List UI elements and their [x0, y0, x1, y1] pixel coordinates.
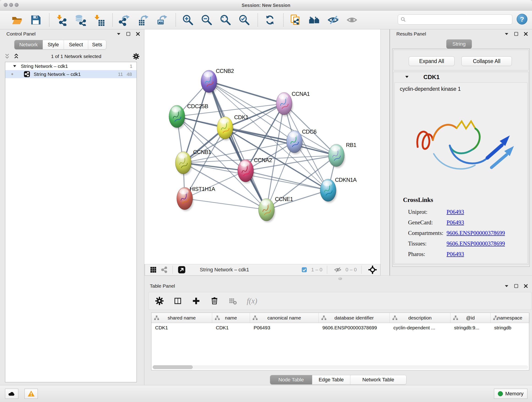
clone-network-button[interactable] — [290, 14, 302, 26]
cloud-button[interactable] — [5, 389, 18, 399]
view-grid-icon[interactable] — [150, 266, 157, 273]
crosslink-link[interactable]: P06493 — [447, 219, 464, 226]
panel-float-icon[interactable] — [126, 32, 131, 36]
selected-node-edge-count: 1 – 0 — [311, 267, 322, 273]
zoom-selected-button[interactable] — [238, 14, 250, 26]
collapse-all-networks-icon[interactable] — [4, 53, 11, 60]
network-node-CCNA2[interactable]: CCNA2 — [238, 157, 272, 183]
table-hscrollbar[interactable] — [152, 365, 528, 369]
panel-menu-icon[interactable] — [504, 32, 509, 36]
open-session-button[interactable] — [11, 14, 23, 26]
network-node-CDKN1A[interactable]: CDKN1A — [320, 177, 357, 203]
panel-close-icon[interactable] — [135, 32, 140, 36]
crosslink-link[interactable]: P06493 — [447, 251, 464, 257]
window-title: Session: New Session — [0, 0, 532, 11]
refresh-button[interactable] — [264, 14, 276, 26]
show-columns-icon[interactable] — [173, 297, 182, 305]
panel-menu-icon[interactable] — [504, 283, 509, 288]
panel-menu-icon[interactable] — [116, 32, 121, 36]
detach-view-icon[interactable] — [177, 266, 186, 274]
help-button[interactable]: ? — [517, 14, 527, 25]
tab-network[interactable]: Network — [14, 40, 43, 49]
add-column-icon[interactable] — [192, 297, 201, 305]
protein-section: CDK1 cyclin-dependent kinase 1 — [393, 72, 529, 265]
protein-section-header[interactable]: CDK1 — [394, 72, 528, 82]
column-header-label: namespace — [497, 315, 522, 321]
tab-node-table[interactable]: Node Table — [270, 375, 312, 384]
collection-expand-icon[interactable] — [12, 64, 17, 69]
warnings-button[interactable] — [25, 389, 38, 399]
crosslink-link[interactable]: P06493 — [447, 209, 464, 215]
tab-string[interactable]: String — [446, 39, 472, 49]
network-options-gear-icon[interactable] — [133, 53, 139, 60]
selected-checkbox-icon[interactable] — [301, 267, 307, 273]
panel-close-icon[interactable] — [523, 32, 528, 36]
column-header-database-identifier[interactable]: database identifier — [319, 313, 390, 323]
save-session-button[interactable] — [30, 14, 42, 26]
function-builder-icon[interactable]: f(x) — [247, 297, 257, 305]
column-header-namespace[interactable]: namespace — [491, 313, 530, 323]
tab-edge-table[interactable]: Edge Table — [312, 375, 350, 384]
tab-select[interactable]: Select — [64, 40, 88, 49]
vertical-splitter[interactable] — [380, 29, 390, 275]
search-input[interactable] — [408, 15, 510, 24]
import-network-db-button[interactable] — [74, 14, 86, 26]
column-header-label: database identifier — [335, 315, 374, 321]
panel-close-icon[interactable] — [523, 283, 528, 288]
export-network-button[interactable] — [119, 14, 131, 26]
section-collapse-icon[interactable] — [404, 74, 410, 80]
panel-float-icon[interactable] — [514, 32, 519, 36]
network-node-CCNB2[interactable]: CCNB2 — [201, 68, 234, 94]
node-table: shared namenamecanonical namedatabase id… — [151, 313, 529, 370]
expand-all-button[interactable]: Expand All — [409, 56, 455, 66]
table-cell: cyclin-dependent ... — [390, 323, 450, 332]
network-collection-row[interactable]: String Network – cdk1 1 — [5, 62, 137, 70]
node-label-RB1: RB1 — [346, 142, 356, 148]
import-table-button[interactable] — [93, 14, 105, 26]
crosslink-link[interactable]: 9606.ENSP00000378699 — [447, 230, 505, 236]
splitter-grip[interactable] — [338, 277, 342, 280]
column-header-canonical-name[interactable]: canonical name — [250, 313, 319, 323]
control-panel-tabs: NetworkStyleSelectSets — [14, 40, 106, 50]
tab-style[interactable]: Style — [43, 40, 64, 49]
window-minimize-button[interactable] — [9, 3, 13, 7]
node-count: 11 — [118, 71, 123, 77]
table-options-gear-icon[interactable] — [155, 297, 164, 305]
panel-float-icon[interactable] — [514, 283, 519, 288]
view-network-icon[interactable] — [161, 266, 168, 273]
expand-all-networks-icon[interactable] — [13, 53, 20, 60]
hide-selected-eye-button[interactable] — [327, 14, 339, 26]
column-header-name[interactable]: name — [212, 313, 250, 323]
export-table-button[interactable] — [138, 14, 149, 26]
scrollbar-thumb[interactable] — [153, 365, 193, 369]
network-node-RB1[interactable]: RB1 — [328, 142, 356, 168]
column-header-@id[interactable]: @id — [450, 313, 491, 323]
collapse-all-button[interactable]: Collapse All — [462, 56, 512, 66]
network-row-selected[interactable]: String Network – cdk1 11 48 — [5, 70, 137, 78]
tab-network-table[interactable]: Network Table — [350, 375, 406, 384]
horizontal-splitter[interactable] — [144, 275, 532, 281]
network-canvas[interactable]: CCNB2 CCNA1 CDC25B CDK1 CDC6 RB1 — [144, 29, 380, 264]
zoom-out-button[interactable] — [201, 14, 213, 26]
table-row[interactable]: CDK1CDK1P064939606.ENSP00000378699cyclin… — [152, 323, 529, 332]
export-image-button[interactable] — [156, 14, 168, 26]
network-node-CCNE1[interactable]: CCNE1 — [259, 196, 293, 222]
string-houses-button[interactable] — [308, 14, 320, 26]
column-header-shared-name[interactable]: shared name — [152, 313, 212, 323]
window-close-button[interactable] — [4, 3, 7, 7]
zoom-fit-button[interactable] — [220, 14, 231, 26]
tab-sets[interactable]: Sets — [88, 40, 106, 49]
memory-button[interactable]: Memory — [494, 389, 527, 399]
attribute-icon — [252, 315, 258, 321]
import-network-file-button[interactable] — [56, 14, 67, 26]
delete-table-icon[interactable] — [228, 297, 237, 305]
delete-column-icon[interactable] — [210, 297, 219, 305]
column-header-description[interactable]: description — [390, 313, 450, 323]
crosslink-link[interactable]: 9606.ENSP00000378699 — [447, 240, 505, 247]
zoom-in-button[interactable] — [182, 14, 194, 26]
network-node-HIST1H1A[interactable]: HIST1H1A — [177, 186, 215, 211]
eye-disabled-button[interactable] — [346, 14, 358, 26]
window-zoom-button[interactable] — [15, 3, 19, 7]
hidden-eye-icon[interactable] — [334, 266, 342, 274]
birds-eye-crosshair-icon[interactable] — [368, 265, 377, 274]
